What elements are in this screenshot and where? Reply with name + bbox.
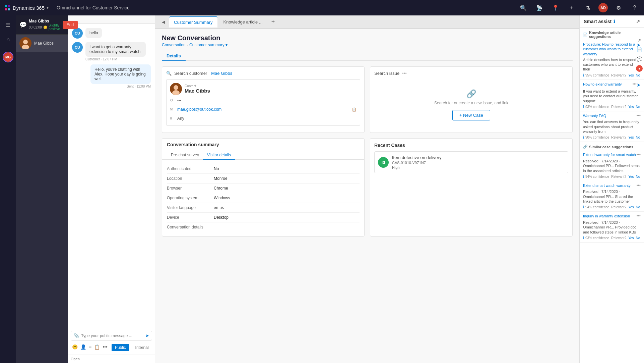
no-button-sc3[interactable]: No [636, 236, 640, 240]
suggestion-3-more-icon[interactable]: ••• [636, 113, 641, 119]
contact-detail-1: ↺ --- [170, 97, 357, 104]
similar-case-3-desc: Resolved · 7/14/2020 · Omnichannel PR...… [583, 220, 641, 235]
radio-icon[interactable]: 📡 [534, 2, 545, 13]
similar-case-2-more-icon[interactable]: ••• [636, 183, 641, 189]
more-options-icon[interactable]: ••• [103, 344, 108, 350]
message-bubble-1: hello [85, 28, 102, 38]
conv-user-name: Mae Gibbs [29, 19, 60, 23]
agent-script-icon[interactable]: 👤 [80, 344, 86, 350]
similar-case-3-confidence-value: 93% confidence [585, 236, 609, 240]
confidence-1-value: 95% confidence [585, 73, 609, 77]
search-customer-card: 🔍 Search customer Mae Gibbs Contact Mae … [162, 66, 365, 133]
customer-link[interactable]: Mae Gibbs [211, 71, 232, 76]
details-tab[interactable]: Details [162, 51, 186, 61]
similar-case-2-confidence: ℹ 94% confidence [583, 205, 609, 209]
app-logo[interactable]: Dynamics 365 ▾ [4, 4, 49, 11]
yes-button-1[interactable]: Yes [628, 73, 634, 77]
suggestion-1-title-text[interactable]: Procedure: How to respond to a customer … [583, 42, 637, 56]
info-icon-1: ℹ [583, 73, 584, 77]
smart-assist-expand-icon[interactable]: ↗ [636, 19, 640, 24]
add-icon[interactable]: ＋ [566, 2, 577, 13]
contact-any: Any [177, 116, 184, 121]
yes-button-2[interactable]: Yes [628, 105, 634, 109]
email-copy-icon[interactable]: 📋 [352, 107, 357, 112]
svg-rect-3 [8, 8, 10, 10]
message-bubble-2: I want to get a warranty extension to my… [85, 42, 146, 57]
summary-language: Visitor language en-us [167, 203, 360, 213]
suggestion-3-desc: You can find answers to frequently asked… [583, 119, 641, 134]
agent-list-panel: 💬 Mae Gibbs 00:02:08 😊 Slightly positive… [16, 15, 68, 363]
new-case-button[interactable]: + New Case [452, 110, 490, 120]
contact-email[interactable]: mae.gibbs@outlook.com [177, 107, 221, 112]
search-icon[interactable]: 🔍 [518, 2, 529, 13]
search-customer-row: 🔍 Search customer Mae Gibbs [166, 71, 360, 76]
side-expand-icon[interactable]: ↗ [636, 37, 643, 44]
location-icon[interactable]: 📍 [550, 2, 561, 13]
similar-case-3-more-icon[interactable]: ••• [636, 214, 641, 219]
contact-name: Mae Gibbs [185, 88, 210, 94]
customer-avatar-1: CU [72, 28, 83, 39]
svg-point-5 [23, 40, 28, 44]
browser-value: Chrome [214, 186, 228, 191]
public-tab-button[interactable]: Public [112, 344, 129, 351]
similar-case-1-title-text[interactable]: Extend warranty for smart watch [583, 152, 636, 157]
side-chat-icon[interactable]: 💬 [636, 56, 643, 62]
issue-dots-icon[interactable]: ••• [402, 71, 407, 76]
minimize-icon[interactable]: — [147, 17, 152, 22]
suggestion-2-title-text[interactable]: How to extend warranty [583, 82, 632, 87]
settings-icon[interactable]: ⚙ [613, 2, 624, 13]
main-content-area: ◀ Customer Summary Knowledge article ...… [155, 15, 579, 363]
breadcrumb-part1[interactable]: Conversation [162, 43, 186, 47]
sidebar-agent-icon[interactable]: MG [1, 50, 15, 64]
knowledge-article-tab[interactable]: Knowledge article ... [219, 17, 267, 27]
prechat-survey-tab[interactable]: Pre-chat survey [167, 151, 203, 159]
help-icon[interactable]: ? [629, 2, 640, 13]
no-button-1[interactable]: No [636, 73, 640, 77]
end-conversation-button[interactable]: End [63, 21, 78, 29]
similar-case-2-title-text[interactable]: Extend smart watch warranty [583, 183, 636, 188]
back-navigation-button[interactable]: ◀ [159, 17, 168, 27]
dropdown-icon[interactable]: ▾ [47, 5, 49, 10]
smart-assist-info-icon[interactable]: ℹ [614, 19, 615, 24]
suggestion-3-title: Warranty FAQ ••• [583, 113, 641, 119]
message-input[interactable] [81, 333, 143, 338]
no-button-sc1[interactable]: No [636, 175, 640, 178]
notes-icon[interactable]: ≡ [89, 344, 91, 350]
similar-case-3-confidence: ℹ 93% confidence [583, 236, 609, 240]
customer-summary-tab[interactable]: Customer Summary [169, 16, 217, 28]
yes-button-3[interactable]: Yes [628, 136, 634, 139]
send-message-icon[interactable]: ➤ [145, 333, 149, 338]
yes-button-sc3[interactable]: Yes [628, 236, 634, 240]
no-button-sc2[interactable]: No [636, 205, 640, 209]
side-article-icon[interactable]: 📄 [636, 46, 643, 53]
similar-case-3-title-text[interactable]: Inquiry in warranty extension [583, 214, 636, 218]
user-avatar[interactable]: AD [598, 3, 608, 12]
filter-icon[interactable]: ⚗ [582, 2, 593, 13]
top-navigation: Dynamics 365 ▾ Omnichannel for Customer … [0, 0, 644, 15]
recent-cases-card: Recent Cases Id Item defective on delive… [370, 138, 573, 237]
contact-type-label: Contact [185, 84, 210, 88]
sidebar-home-icon[interactable]: ⌂ [1, 33, 15, 46]
email-icon: ✉ [170, 107, 175, 112]
internal-tab-button[interactable]: Internal [132, 344, 152, 351]
similar-case-1-more-icon[interactable]: ••• [636, 152, 641, 158]
visitor-details-tab[interactable]: Visitor details [203, 151, 235, 160]
suggestion-3-title-text[interactable]: Warranty FAQ [583, 113, 636, 118]
breadcrumb-part2[interactable]: Customer summary ▾ [189, 43, 228, 47]
agent-mae-gibbs[interactable]: Mae Gibbs [16, 35, 68, 52]
conversation-header: 💬 Mae Gibbs 00:02:08 😊 Slightly positive… [16, 15, 68, 35]
yes-button-sc2[interactable]: Yes [628, 205, 634, 209]
suggestion-2-send-icon[interactable]: ➤ [637, 82, 641, 88]
attachment-icon[interactable]: 📎 [74, 333, 79, 338]
kb-icon[interactable]: 📋 [94, 344, 100, 350]
yes-button-sc1[interactable]: Yes [628, 175, 634, 178]
suggestion-2-more-icon[interactable]: ••• [632, 82, 637, 87]
agent-message-bubble: Hello, you're chatting with Alex. Hope y… [90, 64, 151, 84]
info-icon-sc1: ℹ [583, 174, 584, 179]
sidebar-menu-icon[interactable]: ☰ [1, 18, 15, 32]
emoji-icon[interactable]: 😊 [72, 344, 78, 350]
no-button-3[interactable]: No [636, 136, 640, 139]
add-tab-button[interactable]: + [269, 18, 278, 25]
case-list-item[interactable]: Id Item defective on delivery CAS-01010-… [374, 151, 568, 173]
no-button-2[interactable]: No [636, 105, 640, 109]
